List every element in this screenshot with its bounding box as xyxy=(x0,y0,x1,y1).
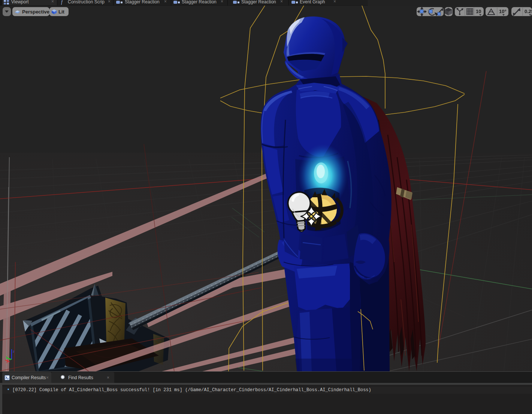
svg-text:z: z xyxy=(13,350,15,353)
svg-text:10: 10 xyxy=(476,9,481,14)
svg-text:0.25: 0.25 xyxy=(525,9,532,14)
svg-text:10°: 10° xyxy=(499,9,507,14)
